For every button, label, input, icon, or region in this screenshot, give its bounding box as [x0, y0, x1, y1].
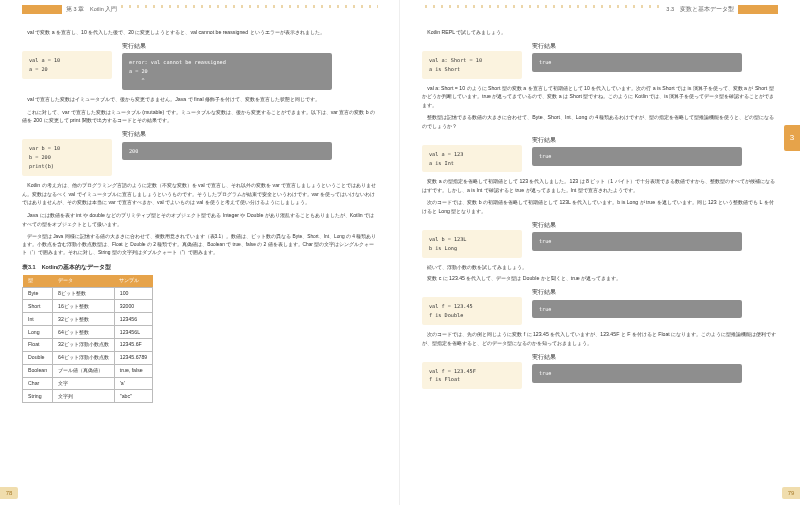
result-label: 実行結果 [532, 136, 742, 145]
code-block: val a = 10 a = 20 [22, 51, 112, 79]
para: val で宣言した変数はイミュータブルで、後から変更できません。Java で f… [22, 95, 377, 104]
result-col: 実行結果 true [532, 221, 742, 258]
runhead-swatch [22, 5, 62, 14]
type-table: 型 データ サンプル Byte8ビット整数100 Short16ビット整数320… [22, 275, 153, 403]
right-content: Kotlin REPL で試してみましょう。 val a: Short = 10… [422, 28, 778, 389]
runhead-left-label: 第 3 章 Kotlin 入門 [62, 5, 121, 14]
running-head-right: 3.3 変数と基本データ型 [422, 5, 778, 14]
code-col: val a: Short = 10 a is Short [422, 42, 522, 79]
para: Java には数値を表す int や double などのプリミティブ型とそのオ… [22, 211, 377, 229]
para: 続いて、浮動小数の数を試してみましょう。 [422, 263, 778, 272]
runhead-swatch [738, 5, 778, 14]
result-block: true [532, 300, 742, 319]
table-row: Long64ビット整数123456L [23, 326, 153, 339]
result-col: 実行結果 true [532, 136, 742, 173]
result-col: 実行結果 true [532, 288, 742, 325]
book-spread: 第 3 章 Kotlin 入門 val で変数 a を宣言し、10 を代入した後… [0, 0, 800, 505]
code-col: val a = 123 a is Int [422, 136, 522, 173]
table-row: Int32ビット整数123456 [23, 313, 153, 326]
para: Kotlin の考え方は、他のプログラミング言語のように定数（不変な変数）を v… [22, 181, 377, 208]
result-label: 実行結果 [532, 221, 742, 230]
result-col: 実行結果 true [532, 42, 742, 79]
table-body: Byte8ビット整数100 Short16ビット整数32000 Int32ビット… [23, 287, 153, 403]
code-row-1r: val a: Short = 10 a is Short 実行結果 true [422, 42, 778, 79]
para: val で変数 a を宣言し、10 を代入した後で、20 に変更しようとすると、… [22, 28, 377, 37]
left-content: val で変数 a を宣言し、10 を代入した後で、20 に変更しようとすると、… [22, 28, 377, 403]
result-col: 実行結果 true [532, 353, 742, 390]
code-row-3r: val b = 123L b is Long 実行結果 true [422, 221, 778, 258]
result-block: 200 [122, 142, 332, 161]
page-number-right: 79 [782, 487, 800, 499]
result-block: true [532, 232, 742, 251]
code-col: val f = 123.45F f is Float [422, 353, 522, 390]
para: Kotlin REPL で試してみましょう。 [422, 28, 778, 37]
page-left: 第 3 章 Kotlin 入門 val で変数 a を宣言し、10 を代入した後… [0, 0, 400, 505]
para: データ型は Java 同様に記憶する値の大きさに合わせて、複数用意されています（… [22, 233, 377, 257]
result-block: error: val cannot be reassigned a = 20 ^ [122, 53, 332, 90]
code-row-1: val a = 10 a = 20 実行結果 error: val cannot… [22, 42, 377, 90]
code-row-4r: val f = 123.45 f is Double 実行結果 true [422, 288, 778, 325]
result-block: true [532, 53, 742, 72]
para: 整数型は記憶できる数値の大きさに合わせて、Byte、Short、Int、Long… [422, 113, 778, 131]
para: 変数 c に 123.45 を代入して、データ型は Double かと聞くと、t… [422, 274, 778, 283]
code-block: val f = 123.45F f is Float [422, 362, 522, 390]
th: サンプル [114, 275, 152, 287]
table-head-row: 型 データ サンプル [23, 275, 153, 287]
result-label: 実行結果 [532, 288, 742, 297]
page-right: 3.3 変数と基本データ型 3 Kotlin REPL で試してみましょう。 v… [400, 0, 800, 505]
para: 変数 a の型指定を省略して初期値として 123 を代入しました。123 は 8… [422, 177, 778, 195]
code-block: val f = 123.45 f is Double [422, 297, 522, 325]
result-label: 実行結果 [122, 130, 332, 139]
th: 型 [23, 275, 53, 287]
code-row-5r: val f = 123.45F f is Float 実行結果 true [422, 353, 778, 390]
result-label: 実行結果 [532, 42, 742, 51]
result-col: 実行結果 200 [122, 130, 332, 176]
table-row: Float32ビット浮動小数点数12345.6F [23, 338, 153, 351]
code-col: val a = 10 a = 20 [22, 42, 112, 90]
result-label: 実行結果 [532, 353, 742, 362]
table-row: String文字列"abc" [23, 390, 153, 403]
para: val a: Short = 10 のように Short 型の変数 a を宣言し… [422, 84, 778, 111]
code-block: val a: Short = 10 a is Short [422, 51, 522, 79]
code-block: val b = 123L b is Long [422, 230, 522, 258]
para: これに対して、var で宣言した変数はミュータブル (mutable) です。ミ… [22, 108, 377, 126]
code-block: var b = 10 b = 200 print(b) [22, 139, 112, 176]
chapter-thumb-tab: 3 [784, 125, 800, 151]
result-col: 実行結果 error: val cannot be reassigned a =… [122, 42, 332, 90]
table-row: Short16ビット整数32000 [23, 300, 153, 313]
code-col: val f = 123.45 f is Double [422, 288, 522, 325]
code-col: var b = 10 b = 200 print(b) [22, 130, 112, 176]
para: 次のコードでは、変数 b の初期値を省略して初期値として 123L を代入してい… [422, 198, 778, 216]
table-row: Byte8ビット整数100 [23, 287, 153, 300]
table-row: Double64ビット浮動小数点数12345.6789 [23, 351, 153, 364]
code-row-2r: val a = 123 a is Int 実行結果 true [422, 136, 778, 173]
code-row-2: var b = 10 b = 200 print(b) 実行結果 200 [22, 130, 377, 176]
table-caption: 表3.1 Kotlinの基本的なデータ型 [22, 263, 377, 272]
code-col: val b = 123L b is Long [422, 221, 522, 258]
result-block: true [532, 364, 742, 383]
page-number-left: 78 [0, 487, 18, 499]
runhead-right-label: 3.3 変数と基本データ型 [662, 5, 738, 14]
table-row: Char文字'a' [23, 377, 153, 390]
result-label: 実行結果 [122, 42, 332, 51]
code-block: val a = 123 a is Int [422, 145, 522, 173]
result-block: true [532, 147, 742, 166]
th: データ [53, 275, 115, 287]
running-head-left: 第 3 章 Kotlin 入門 [22, 5, 378, 14]
para: 次のコードでは、先の例と同じように変数 f に 123.45 を代入していますが… [422, 330, 778, 348]
table-row: Booleanブール値（真偽値）true, false [23, 364, 153, 377]
